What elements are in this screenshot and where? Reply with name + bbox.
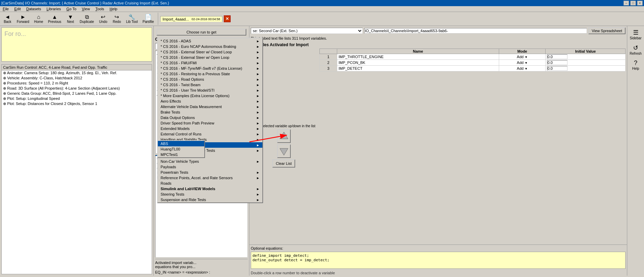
- home-button[interactable]: ⌂ Home: [32, 13, 45, 25]
- tree-item-procedures[interactable]: ⊕ Procedures: Speed = 110, 2 m Right: [2, 81, 152, 86]
- eq-in-label: EQ_IN <name> = <expression> :: [155, 270, 248, 274]
- arrow-icon: ►: [256, 50, 260, 54]
- dropdown-item-driver-speed[interactable]: Driver Speed from Path Preview►: [158, 120, 262, 126]
- clear-list-button[interactable]: Clear List: [272, 159, 295, 168]
- back-label: Back: [4, 20, 11, 24]
- sub-item-mpctest1[interactable]: MPCTest1: [158, 152, 204, 157]
- back-button[interactable]: ◄ Back: [1, 13, 14, 25]
- tree-item-road[interactable]: ⊕ Road: 3D Surface (All Properties): 4-L…: [2, 86, 152, 91]
- parsfile-button[interactable]: 📄 Parsfile: [141, 13, 155, 25]
- dropdown-item-mf-tyre[interactable]: * CS 2016 - MF-Tyre/MF-Swift v7 (Extra L…: [158, 66, 262, 71]
- row-number[interactable]: 1: [320, 54, 337, 60]
- dropdown-item-fmu[interactable]: * CS 2016 - FMU/FMI►: [158, 60, 262, 66]
- equations-text: equations that you pro...: [155, 265, 195, 269]
- dropdown-item-restoring[interactable]: * CS 2016 - Restoring to a Previous Stat…: [158, 71, 262, 77]
- row-value[interactable]: [546, 60, 626, 66]
- minimize-btn[interactable]: –: [624, 1, 629, 5]
- dropdown-item-more-examples[interactable]: * More Examples (Extra License Options)►: [158, 93, 262, 98]
- row-value[interactable]: [546, 54, 626, 60]
- menu-tools[interactable]: Tools: [94, 6, 106, 11]
- previous-button[interactable]: ▲ Previous: [46, 13, 63, 25]
- close-btn[interactable]: ×: [637, 1, 643, 5]
- dropdown-item-data-output[interactable]: Data Output Options►: [158, 115, 262, 120]
- dropdown-item-euro[interactable]: * CS 2016 - Euro NCAP Autonomous Braking…: [158, 44, 262, 49]
- dropdown-item-powertrain[interactable]: Powertrain Tests►: [158, 170, 262, 175]
- maximize-btn[interactable]: □: [630, 1, 636, 5]
- dropdown-item-ext-steer-open[interactable]: * CS 2016 - External Steer w/ Open Loop►: [158, 55, 262, 60]
- toolbar: ◄ Back ► Forward ⌂ Home ▲ Previous ▼ Nex…: [0, 12, 644, 26]
- table-row[interactable]: 1 IMP_THROTTLE_ENGINE Add ▼: [320, 54, 626, 60]
- menu-goto[interactable]: Go To: [65, 6, 78, 11]
- row-number[interactable]: 2: [320, 60, 337, 66]
- dropdown-item-external-control[interactable]: External Control of Runs►: [158, 131, 262, 137]
- dropdown-item-roads[interactable]: Roads: [158, 181, 262, 186]
- path-field[interactable]: [364, 28, 587, 34]
- menu-help[interactable]: Help: [108, 6, 119, 11]
- dropdown-item-suspension-ride[interactable]: Suspension and Ride Tests►: [158, 197, 262, 202]
- delete-button[interactable]: ✕: [224, 15, 231, 22]
- table-move-container: Move selected variable up/down in the li…: [251, 49, 626, 243]
- view-spreadsheet-button[interactable]: View Spreadsheet: [588, 27, 626, 34]
- run-select[interactable]: se: Second Car (Ext. Sen.): [251, 28, 363, 34]
- col-name: Name: [337, 49, 499, 54]
- dropdown-item-adas[interactable]: * CS 2016 - ADAS►: [158, 38, 262, 44]
- arrow-icon: ►: [256, 127, 260, 131]
- sub-item-abs[interactable]: ABS: [158, 141, 204, 146]
- dropdown-item-steering-tests[interactable]: Steering Tests►: [158, 192, 262, 197]
- sidebar-button[interactable]: ☰ Sidebar: [629, 27, 642, 41]
- arrow-icon: ►: [256, 121, 260, 125]
- dropdown-item-road-opts[interactable]: * CS 2016 - Road Options►: [158, 77, 262, 82]
- output-line-2: define_output detect = imp_detect;: [252, 258, 329, 262]
- info-text: This tabbed text file lists 311 Import v…: [251, 36, 626, 40]
- menu-view[interactable]: View: [81, 6, 92, 11]
- dropdown-item-extended[interactable]: Extended Models►: [158, 126, 262, 131]
- move-down-button[interactable]: [277, 144, 291, 158]
- dropdown-item-payloads[interactable]: Payloads: [158, 164, 262, 170]
- row-name: IMP_THROTTLE_ENGINE: [337, 54, 499, 60]
- refresh-button[interactable]: ↺ Refresh: [629, 43, 642, 57]
- dropdown-item-simulink[interactable]: Simulink and LabVIEW Models►: [158, 186, 262, 192]
- toolbar-separator: [158, 13, 158, 25]
- tree-item-animator[interactable]: ⊕ Animator: Camera Setup: 180 deg. Azimu…: [2, 70, 152, 76]
- dropdown-item-ref-points[interactable]: Reference Points, Accel. and Rate Sensor…: [158, 175, 262, 181]
- forward-button[interactable]: ► Forward: [15, 13, 31, 25]
- help-button[interactable]: ? Help: [631, 58, 640, 72]
- tree-item-plot1[interactable]: ⊕ Plot: Setup: Longitudinal Speed: [2, 96, 152, 101]
- duplicate-icon: ⧉: [85, 14, 89, 20]
- row-number[interactable]: 3: [320, 66, 337, 71]
- row-name: IMP_DETECT: [337, 66, 499, 71]
- bottom-eq-label: Activated import variab... equations tha…: [155, 259, 248, 269]
- dropdown-item-twist-beam[interactable]: * CS 2016 - Twist Beam►: [158, 82, 262, 88]
- dropdown-item-user-tire[interactable]: * CS 2016 - User Tire Model/STI►: [158, 88, 262, 93]
- lib-tool-button[interactable]: 🔧 Lib Tool: [124, 13, 139, 25]
- choose-run-button[interactable]: Choose run to get: [156, 29, 246, 36]
- right-panel: se: Second Car (Ext. Sen.) View Spreadsh…: [249, 26, 627, 276]
- next-button[interactable]: ▼ Next: [64, 13, 77, 25]
- dropdown-item-ext-steer-closed[interactable]: * CS 2016 - External Steer w/ Closed Loo…: [158, 49, 262, 55]
- arrow-icon: ►: [256, 61, 260, 65]
- sub-item-huangtl00[interactable]: HuangTL00: [158, 146, 204, 152]
- dropdown-item-aero[interactable]: Aero Effects►: [158, 98, 262, 104]
- file-tab[interactable]: Import_4aaad... 02-24-2016 00:04:58: [160, 16, 223, 22]
- right-header: se: Second Car (Ext. Sen.) View Spreadsh…: [249, 26, 627, 36]
- menu-file[interactable]: File: [1, 6, 10, 11]
- arrow-icon: ►: [256, 72, 260, 76]
- tree-header-text: CarSim Run Control: ACC, 4-Lane Road, Fw…: [3, 65, 107, 69]
- row-value[interactable]: [546, 66, 626, 71]
- dropdown-item-brake-tests[interactable]: Brake Tests►: [158, 109, 262, 115]
- move-up-button[interactable]: [277, 129, 291, 143]
- redo-button[interactable]: ↪ Redo: [111, 13, 123, 25]
- duplicate-button[interactable]: ⧉ Duplicate: [78, 13, 96, 25]
- tree-item-vehicle[interactable]: ⊕ Vehicle: Assembly: C-Class, Hatchback …: [2, 76, 152, 81]
- dropdown-item-alt-vehicle[interactable]: Alternate Vehicle Data Measurement►: [158, 104, 262, 109]
- menu-datasets[interactable]: Datasets: [25, 6, 42, 11]
- undo-button[interactable]: ↩ Undo: [97, 13, 109, 25]
- menu-libraries[interactable]: Libraries: [45, 6, 62, 11]
- menu-edit[interactable]: Edit: [13, 6, 22, 11]
- tree-item-plot2[interactable]: ⊕ Plot: Setup: Distances for Closest 2 O…: [2, 101, 152, 106]
- tree-item-generic[interactable]: ⊕ Generic Data Group: ACC, Blind-Spot, 2…: [2, 91, 152, 96]
- activated-text: Activated import variab...: [155, 261, 196, 265]
- table-row[interactable]: 2 IMP_PCON_BK Add ▼: [320, 60, 626, 66]
- table-row[interactable]: 3 IMP_DETECT Add ▼: [320, 66, 626, 71]
- dropdown-item-non-car[interactable]: Non-Car Vehicle Types►: [158, 159, 262, 164]
